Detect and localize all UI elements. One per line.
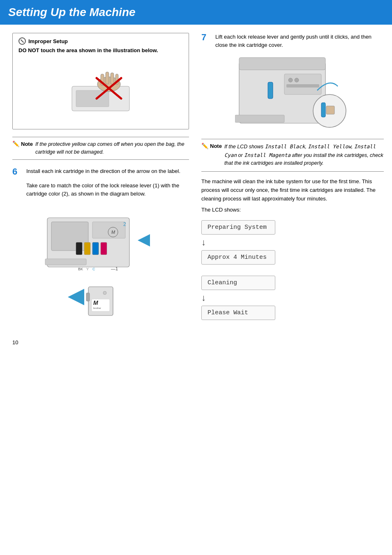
svg-rect-42 xyxy=(326,106,334,114)
lcd-preparing: Preparing System xyxy=(201,220,275,235)
svg-text:—1: —1 xyxy=(111,266,118,271)
note-text-2: If the LCD shows Install Black, Install … xyxy=(224,143,384,167)
improper-setup-title: Improper Setup xyxy=(18,37,183,45)
svg-marker-25 xyxy=(68,289,84,305)
note-text-1: If the protective yellow cap comes off w… xyxy=(35,140,189,156)
svg-point-36 xyxy=(295,78,299,82)
body-text-cleaning: The machine will clean the ink tube syst… xyxy=(201,177,384,203)
step6-svg-2: M brother xyxy=(64,279,138,324)
svg-rect-38 xyxy=(235,115,284,122)
improper-setup-diagram xyxy=(18,58,183,123)
svg-rect-4 xyxy=(106,72,109,84)
svg-rect-5 xyxy=(111,73,114,84)
note-icon-1: ✏️ Note xyxy=(12,140,33,147)
svg-rect-11 xyxy=(92,222,125,238)
note2-code4: Install Magenta xyxy=(244,152,291,158)
step-7-header: 7 Lift each lock release lever and gentl… xyxy=(201,33,384,49)
step7-diagram xyxy=(201,53,384,136)
step-6-para1: Install each ink cartridge in the direct… xyxy=(26,167,189,175)
improper-setup-box: Improper Setup DO NOT touch the area sho… xyxy=(12,33,189,129)
svg-point-31 xyxy=(103,291,106,295)
note-inner-2: ✏️ Note If the LCD shows Install Black, … xyxy=(201,143,384,167)
pencil-icon-2: ✏️ xyxy=(201,143,208,149)
step-6-header: 6 Install each ink cartridge in the dire… xyxy=(12,167,189,198)
right-column: 7 Lift each lock release lever and gentl… xyxy=(201,33,384,331)
hand-diagram-svg xyxy=(60,62,142,119)
svg-rect-21 xyxy=(76,242,82,255)
lcd-sequence: Preparing System ↓ Approx 4 Minutes Clea… xyxy=(201,218,384,322)
svg-text:C: C xyxy=(92,267,95,271)
lcd-approx: Approx 4 Minutes xyxy=(201,250,275,265)
note-box-2: ✏️ Note If the LCD shows Install Black, … xyxy=(201,139,384,172)
step-6-number: 6 xyxy=(12,167,22,176)
step6-diagram-2: M brother xyxy=(12,279,189,324)
page-header: Setting Up the Machine xyxy=(0,0,392,25)
svg-rect-33 xyxy=(239,58,325,70)
svg-point-35 xyxy=(288,78,293,82)
svg-rect-30 xyxy=(86,293,90,301)
note-icon-2: ✏️ Note xyxy=(201,143,222,149)
svg-rect-12 xyxy=(45,259,86,265)
lcd-cleaning: Cleaning xyxy=(201,276,275,290)
lcd-label: The LCD shows: xyxy=(201,206,384,214)
page-title: Setting Up the Machine xyxy=(8,6,384,19)
svg-rect-10 xyxy=(51,222,88,251)
lcd-please-wait: Please Wait xyxy=(201,306,275,320)
improper-setup-body: DO NOT touch the area shown in the illus… xyxy=(18,47,183,53)
note2-code1: Install Black xyxy=(265,143,305,150)
svg-rect-24 xyxy=(101,242,107,255)
note2-text-mid3: or xyxy=(237,152,244,158)
no-touch-icon xyxy=(18,37,26,45)
step-6-para2: Take care to match the color of the lock… xyxy=(26,182,189,198)
svg-text:BK: BK xyxy=(78,267,83,271)
step7-svg xyxy=(235,53,350,136)
step6-svg-1: M 2 BK Y C —1 xyxy=(43,201,158,275)
left-column: Improper Setup DO NOT touch the area sho… xyxy=(12,33,189,331)
svg-rect-22 xyxy=(84,242,90,255)
step-7-text: Lift each lock release lever and gently … xyxy=(215,33,384,49)
svg-text:brother: brother xyxy=(93,307,101,309)
step-7-number: 7 xyxy=(201,33,211,42)
arrow-down-2: ↓ xyxy=(201,293,206,302)
step-6-block: 6 Install each ink cartridge in the dire… xyxy=(12,167,189,324)
page-number: 10 xyxy=(12,339,18,345)
svg-text:M: M xyxy=(93,299,98,306)
svg-rect-39 xyxy=(268,82,273,99)
note2-text-mid2: , xyxy=(351,144,354,150)
svg-marker-13 xyxy=(138,234,150,246)
svg-text:M: M xyxy=(111,230,115,235)
pencil-icon-1: ✏️ xyxy=(12,140,19,147)
arrow-down-1: ↓ xyxy=(201,238,206,247)
svg-text:Y: Y xyxy=(86,267,89,271)
note2-text-before: If the LCD shows xyxy=(224,144,265,150)
svg-rect-23 xyxy=(92,242,99,255)
note-box-1: ✏️ Note If the protective yellow cap com… xyxy=(12,137,189,160)
svg-rect-37 xyxy=(286,84,319,88)
step6-diagram-1: M 2 BK Y C —1 xyxy=(12,201,189,275)
note2-code2: Install Yellow xyxy=(308,143,351,150)
svg-text:2: 2 xyxy=(123,221,126,227)
